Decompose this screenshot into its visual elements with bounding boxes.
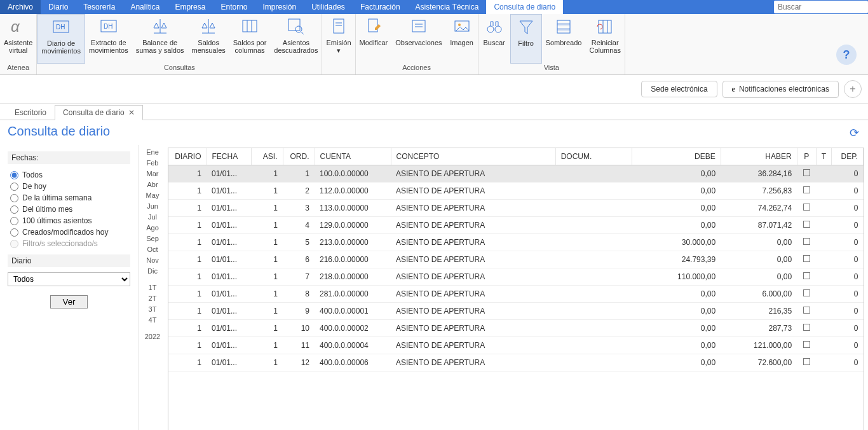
cell-p[interactable] [797, 165, 816, 183]
menu-tesorería[interactable]: Tesorería [76, 0, 123, 14]
col-haber[interactable]: HABER [721, 148, 797, 165]
ribbon-saldos-por[interactable]: Saldos por columnas [229, 14, 271, 64]
cell-p[interactable] [797, 234, 816, 251]
cell-p[interactable] [797, 217, 816, 234]
ribbon-reiniciar[interactable]: Reiniciar Columnas [585, 14, 625, 64]
ribbon-buscar[interactable]: Buscar [478, 14, 510, 64]
ribbon-sombreado[interactable]: Sombreado [542, 14, 586, 64]
menu-facturación[interactable]: Facturación [353, 0, 408, 14]
table-row[interactable]: 101/01...17218.0.0.00000ASIENTO DE APERT… [168, 268, 864, 286]
ver-button[interactable]: Ver [50, 295, 87, 309]
col-dep[interactable]: DEP. [832, 148, 864, 165]
refresh-icon[interactable]: ⟳ [850, 126, 868, 140]
menu-entorno[interactable]: Entorno [213, 0, 255, 14]
period-3t[interactable]: 3T [139, 305, 166, 314]
col-t[interactable]: T [816, 148, 831, 165]
ribbon-emisi-n[interactable]: Emisión ▾ [322, 14, 355, 64]
cell-p[interactable] [797, 303, 816, 320]
col-concepto[interactable]: CONCEPTO [391, 148, 555, 165]
ribbon-observaciones[interactable]: Observaciones [391, 14, 445, 64]
table-row[interactable]: 101/01...18281.0.0.00000ASIENTO DE APERT… [168, 286, 864, 303]
ribbon-filtro[interactable]: Filtro [510, 14, 542, 64]
period-jul[interactable]: Jul [139, 212, 166, 221]
menu-archivo[interactable]: Archivo [0, 0, 41, 14]
table-row[interactable]: 101/01...12112.0.0.00000ASIENTO DE APERT… [168, 183, 864, 200]
table-row[interactable]: 101/01...16216.0.0.00000ASIENTO DE APERT… [168, 251, 864, 268]
radio-input[interactable] [10, 183, 18, 191]
search-input[interactable] [778, 3, 864, 11]
checkbox-icon[interactable] [803, 186, 810, 193]
radio-100-ltimos-asientos[interactable]: 100 últimos asientos [8, 215, 130, 226]
menu-utilidades[interactable]: Utilidades [304, 0, 353, 14]
cell-p[interactable] [797, 200, 816, 217]
close-icon[interactable]: ✕ [128, 108, 135, 117]
radio-de-la-ltima-semana[interactable]: De la última semana [8, 192, 130, 204]
radio-input[interactable] [10, 194, 18, 202]
period-may[interactable]: May [139, 191, 166, 200]
menu-empresa[interactable]: Empresa [167, 0, 213, 14]
period-mar[interactable]: Mar [139, 169, 166, 178]
ribbon-modificar[interactable]: Modificar [356, 14, 392, 64]
tab-consulta-de-diario[interactable]: Consulta de diario✕ [55, 105, 143, 120]
checkbox-icon[interactable] [803, 289, 810, 296]
col-cuenta[interactable]: CUENTA [315, 148, 391, 165]
menu-diario[interactable]: Diario [41, 0, 76, 14]
col-diario[interactable]: DIARIO [168, 148, 207, 165]
col-p[interactable]: P [797, 148, 816, 165]
radio-input[interactable] [10, 228, 18, 237]
radio-input[interactable] [10, 171, 18, 179]
period-2t[interactable]: 2T [139, 294, 166, 303]
cell-p[interactable] [797, 251, 816, 268]
menu-asistencia-técnica[interactable]: Asistencia Técnica [408, 0, 487, 14]
period-2022[interactable]: 2022 [139, 332, 166, 341]
diario-select[interactable]: Todos [8, 272, 130, 286]
checkbox-icon[interactable] [803, 341, 810, 348]
cell-p[interactable] [797, 320, 816, 337]
radio-del-ltimo-mes[interactable]: Del último mes [8, 204, 130, 215]
table-row[interactable]: 101/01...11100.0.0.00000ASIENTO DE APERT… [168, 165, 864, 183]
table-row[interactable]: 101/01...14129.0.0.00000ASIENTO DE APERT… [168, 217, 864, 234]
checkbox-icon[interactable] [803, 238, 810, 245]
checkbox-icon[interactable] [803, 307, 810, 314]
table-row[interactable]: 101/01...19400.0.0.00001ASIENTO DE APERT… [168, 303, 864, 320]
data-grid[interactable]: DIARIOFECHAASI.ORD.CUENTACONCEPTODOCUM.D… [168, 148, 864, 430]
sede-electronica-button[interactable]: Sede electrónica [641, 81, 717, 97]
table-row[interactable]: 101/01...110400.0.0.00002ASIENTO DE APER… [168, 320, 864, 337]
help-icon[interactable]: ? [836, 45, 857, 65]
checkbox-icon[interactable] [803, 324, 810, 331]
period-ene[interactable]: Ene [139, 148, 166, 156]
period-oct[interactable]: Oct [139, 245, 166, 254]
ribbon-saldos[interactable]: Saldos mensuales [188, 14, 229, 64]
ribbon-diario-de[interactable]: DHDiario de movimientos [37, 14, 85, 64]
checkbox-icon[interactable] [803, 255, 810, 262]
tab-escritorio[interactable]: Escritorio [6, 105, 55, 120]
search-box[interactable] [774, 1, 868, 13]
cell-p[interactable] [797, 268, 816, 286]
notificaciones-button[interactable]: eNotificaciones electrónicas [722, 81, 839, 98]
ribbon-imagen[interactable]: Imagen [446, 14, 478, 64]
col-asi[interactable]: ASI. [251, 148, 283, 165]
cell-p[interactable] [797, 337, 816, 354]
ribbon-balance-de[interactable]: Balance de sumas y saldos [132, 14, 188, 64]
table-row[interactable]: 101/01...111400.0.0.00004ASIENTO DE APER… [168, 337, 864, 354]
period-dic[interactable]: Dic [139, 267, 166, 275]
period-abr[interactable]: Abr [139, 180, 166, 189]
ribbon-extracto-de[interactable]: DHExtracto de movimientos [85, 14, 132, 64]
menu-analítica[interactable]: Analítica [123, 0, 167, 14]
checkbox-icon[interactable] [803, 272, 810, 279]
radio-input[interactable] [10, 205, 18, 214]
menu-impresión[interactable]: Impresión [255, 0, 304, 14]
menu-consulta-de-diario[interactable]: Consulta de diario [486, 0, 563, 14]
period-sep[interactable]: Sep [139, 234, 166, 243]
checkbox-icon[interactable] [803, 204, 810, 211]
radio-creados-modificados-hoy[interactable]: Creados/modificados hoy [8, 226, 130, 238]
cell-p[interactable] [797, 354, 816, 371]
period-4t[interactable]: 4T [139, 316, 166, 324]
period-nov[interactable]: Nov [139, 256, 166, 265]
checkbox-icon[interactable] [803, 221, 810, 228]
col-debe[interactable]: DEBE [632, 148, 721, 165]
col-ord[interactable]: ORD. [283, 148, 315, 165]
ribbon-asientos[interactable]: Asientos descuadrados [270, 14, 322, 64]
add-button[interactable]: + [844, 80, 862, 98]
col-docum[interactable]: DOCUM. [555, 148, 632, 165]
